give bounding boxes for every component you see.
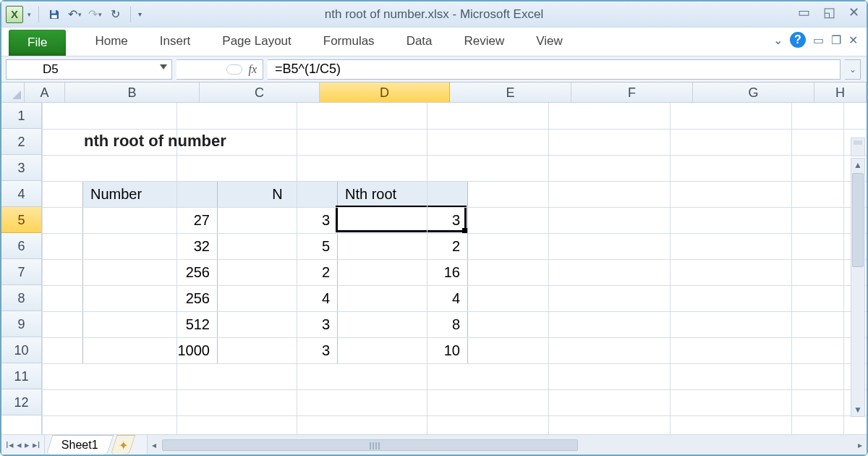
qat-menu-chevron-icon[interactable]: ▾ bbox=[27, 11, 31, 18]
insert-function-button[interactable]: fx bbox=[248, 63, 257, 76]
cell-root[interactable]: 4 bbox=[338, 286, 468, 312]
ribbon-minimize-chevron-icon[interactable]: ⌄ bbox=[773, 33, 783, 47]
expand-formula-bar-button[interactable]: ⌄ bbox=[845, 59, 861, 80]
name-box[interactable]: D5 bbox=[6, 59, 172, 80]
refresh-button[interactable]: ↻ bbox=[107, 7, 123, 22]
name-box-value: D5 bbox=[43, 62, 59, 77]
cell-number[interactable]: 256 bbox=[83, 260, 218, 286]
cell-n[interactable]: 3 bbox=[218, 312, 338, 338]
vertical-scroll-thumb[interactable] bbox=[852, 173, 864, 267]
tab-formulas[interactable]: Formulas bbox=[307, 28, 391, 56]
row-header-10[interactable]: 10 bbox=[1, 337, 41, 363]
cell-number[interactable]: 32 bbox=[83, 234, 218, 260]
sheet-tab-label: Sheet1 bbox=[61, 439, 98, 452]
formula-value: =B5^(1/C5) bbox=[275, 62, 341, 77]
vertical-scrollbar[interactable]: ▲ ▼ bbox=[851, 158, 865, 417]
row-header-1[interactable]: 1 bbox=[1, 103, 41, 129]
scroll-up-arrow-icon[interactable]: ▲ bbox=[851, 159, 864, 172]
cell-n[interactable]: 2 bbox=[218, 260, 338, 286]
name-box-dropdown-icon[interactable] bbox=[160, 64, 167, 69]
cell-n[interactable]: 4 bbox=[218, 286, 338, 312]
cell-root[interactable]: 3 bbox=[338, 208, 468, 234]
close-button[interactable]: ✕ bbox=[848, 4, 859, 20]
cell-root[interactable]: 8 bbox=[338, 312, 468, 338]
row-header-2[interactable]: 2 bbox=[1, 129, 41, 155]
column-header-h[interactable]: H bbox=[814, 83, 867, 102]
cells-area[interactable]: nth root of number Number N Nth root 273… bbox=[42, 103, 867, 434]
header-nth-root[interactable]: Nth root bbox=[338, 182, 468, 208]
row-header-3[interactable]: 3 bbox=[1, 155, 41, 181]
save-button[interactable] bbox=[46, 7, 62, 22]
header-number[interactable]: Number bbox=[83, 182, 218, 208]
prev-sheet-button[interactable]: ◂ bbox=[17, 439, 22, 450]
cell-number[interactable]: 1000 bbox=[83, 338, 218, 364]
first-sheet-button[interactable]: I◂ bbox=[6, 439, 14, 450]
tab-page-layout[interactable]: Page Layout bbox=[206, 28, 307, 56]
workbook-close-button[interactable]: ✕ bbox=[848, 33, 858, 47]
row-header-12[interactable]: 12 bbox=[1, 389, 41, 415]
row-header-8[interactable]: 8 bbox=[1, 285, 41, 311]
horizontal-scrollbar[interactable]: ◂ ▸ bbox=[147, 435, 867, 455]
select-all-corner[interactable] bbox=[1, 83, 25, 102]
column-header-b[interactable]: B bbox=[65, 83, 200, 102]
table-row: 25644 bbox=[83, 286, 468, 312]
window-controls: ▭ ◱ ✕ bbox=[798, 4, 859, 20]
column-header-e[interactable]: E bbox=[450, 83, 571, 102]
sheet-tab-active[interactable]: Sheet1 bbox=[46, 435, 114, 455]
table-row: 1000310 bbox=[83, 338, 468, 364]
last-sheet-button[interactable]: ▸I bbox=[33, 439, 41, 450]
maximize-button[interactable]: ◱ bbox=[823, 4, 835, 20]
row-header-5[interactable]: 5 bbox=[1, 207, 41, 233]
cell-n[interactable]: 3 bbox=[218, 208, 338, 234]
worksheet-grid: ABCDEFGH 123456789101112 nth root of num… bbox=[1, 83, 867, 434]
tab-data[interactable]: Data bbox=[391, 28, 448, 56]
cancel-formula-icon[interactable] bbox=[226, 64, 242, 75]
next-sheet-button[interactable]: ▸ bbox=[25, 439, 30, 450]
row-header-6[interactable]: 6 bbox=[1, 233, 41, 259]
horizontal-scroll-track[interactable] bbox=[161, 439, 854, 451]
row-header-4[interactable]: 4 bbox=[1, 181, 41, 207]
cell-number[interactable]: 27 bbox=[83, 208, 218, 234]
cell-root[interactable]: 2 bbox=[338, 234, 468, 260]
svg-rect-0 bbox=[51, 10, 56, 14]
workbook-minimize-button[interactable]: ▭ bbox=[813, 33, 824, 47]
tab-file[interactable]: File bbox=[9, 30, 66, 56]
undo-button[interactable]: ↶▾ bbox=[67, 7, 82, 22]
cell-n[interactable]: 3 bbox=[218, 338, 338, 364]
formula-input[interactable]: =B5^(1/C5) bbox=[268, 59, 841, 80]
scroll-down-arrow-icon[interactable]: ▼ bbox=[851, 403, 864, 416]
column-header-d[interactable]: D bbox=[320, 83, 450, 102]
table-row: 2733 bbox=[83, 208, 468, 234]
tab-review[interactable]: Review bbox=[448, 28, 521, 56]
cell-number[interactable]: 256 bbox=[83, 286, 218, 312]
split-handle[interactable] bbox=[851, 138, 865, 156]
tab-home[interactable]: Home bbox=[79, 28, 143, 56]
new-sheet-button[interactable]: ✦ bbox=[111, 435, 136, 455]
excel-logo-icon[interactable]: X bbox=[6, 6, 23, 23]
scroll-right-arrow-icon[interactable]: ▸ bbox=[854, 439, 867, 452]
row-header-7[interactable]: 7 bbox=[1, 259, 41, 285]
tab-view[interactable]: View bbox=[520, 28, 579, 56]
qat-customize-chevron-icon[interactable]: ▾ bbox=[138, 10, 142, 18]
formula-bar-buttons: fx bbox=[176, 59, 263, 80]
tab-insert[interactable]: Insert bbox=[144, 28, 207, 56]
cell-n[interactable]: 5 bbox=[218, 234, 338, 260]
row-header-9[interactable]: 9 bbox=[1, 311, 41, 337]
row-header-11[interactable]: 11 bbox=[1, 363, 41, 389]
minimize-button[interactable]: ▭ bbox=[798, 4, 810, 20]
scroll-left-arrow-icon[interactable]: ◂ bbox=[148, 439, 161, 452]
column-header-g[interactable]: G bbox=[693, 83, 814, 102]
help-button[interactable]: ? bbox=[790, 32, 806, 48]
formula-bar-row: D5 fx =B5^(1/C5) ⌄ bbox=[1, 56, 867, 83]
header-n[interactable]: N bbox=[218, 182, 338, 208]
cell-root[interactable]: 16 bbox=[338, 260, 468, 286]
cell-number[interactable]: 512 bbox=[83, 312, 218, 338]
redo-button[interactable]: ↷▾ bbox=[87, 7, 103, 22]
column-header-c[interactable]: C bbox=[200, 83, 320, 102]
horizontal-scroll-thumb[interactable] bbox=[162, 439, 578, 451]
sheet-title-cell[interactable]: nth root of number bbox=[84, 132, 226, 151]
column-header-a[interactable]: A bbox=[25, 83, 65, 102]
column-header-f[interactable]: F bbox=[571, 83, 693, 102]
workbook-restore-button[interactable]: ❐ bbox=[831, 33, 841, 47]
cell-root[interactable]: 10 bbox=[338, 338, 468, 364]
